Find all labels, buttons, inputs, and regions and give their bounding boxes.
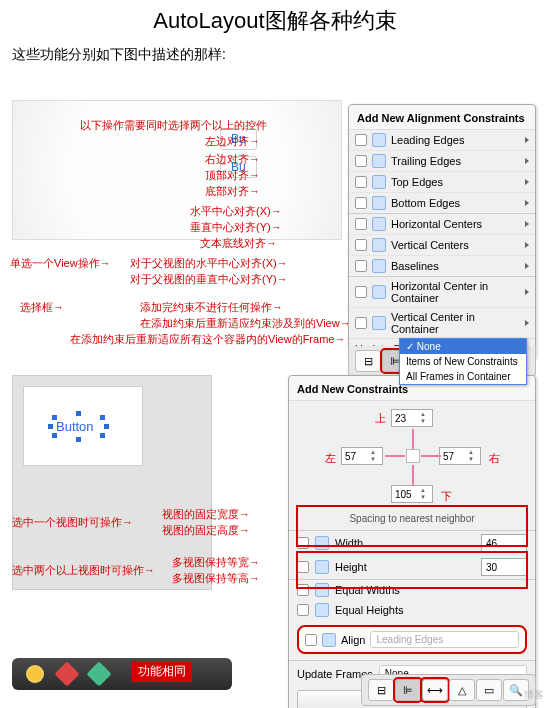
note-bottom: 底部对齐→ — [205, 184, 260, 199]
hcontainer-icon — [372, 285, 386, 299]
chevron-right-icon — [525, 179, 529, 185]
width-input[interactable]: 46 — [481, 534, 527, 552]
checkbox-icon[interactable] — [355, 260, 367, 272]
note-fix-w: 视图的固定宽度→ — [162, 507, 250, 522]
align-leading[interactable]: Leading Edges — [349, 130, 535, 150]
spacing-grid: 上 23▲▼ 左 57▲▼ 57▲▼ 右 105▲▼ 下 — [289, 401, 535, 511]
checkbox-icon[interactable] — [297, 604, 309, 616]
vcontainer-icon — [372, 316, 386, 330]
checkbox-icon[interactable] — [305, 634, 317, 646]
label-top: 上 — [375, 411, 386, 426]
align-trailing[interactable]: Trailing Edges — [349, 150, 535, 171]
note-uf-all: 在添加约束后重新适应所有这个容器内的View的Frame→ — [70, 332, 345, 347]
baseline-icon — [372, 259, 386, 273]
note-fix-h: 视图的固定高度→ — [162, 523, 250, 538]
top-spacing-input[interactable]: 23▲▼ — [391, 409, 433, 427]
constraints-panel: Add New Constraints 上 23▲▼ 左 57▲▼ 57▲▼ 右… — [288, 375, 536, 708]
right-spacing-input[interactable]: 57▲▼ — [439, 447, 481, 465]
top-edges-icon — [372, 175, 386, 189]
dd-all[interactable]: All Frames in Container — [400, 369, 526, 384]
height-input[interactable]: 30 — [481, 558, 527, 576]
note-select-box: 选择框→ — [20, 300, 64, 315]
toolbar-stack-button[interactable]: ⊟ — [355, 350, 381, 372]
checkbox-icon[interactable] — [297, 561, 309, 573]
note-eq-h: 多视图保持等高→ — [172, 571, 260, 586]
note-single-view: 单选一个View操作→ — [10, 256, 111, 271]
label-left: 左 — [325, 451, 336, 466]
checkbox-icon[interactable] — [297, 537, 309, 549]
alignment-panel: Add New Alignment Constraints Leading Ed… — [348, 104, 536, 360]
toolbar2-pin-button[interactable]: ⟷ — [422, 679, 448, 701]
watermark: 博客 — [524, 688, 544, 702]
align-bottom[interactable]: Bottom Edges — [349, 192, 535, 213]
equal-widths-row: Equal Widths — [289, 580, 535, 600]
chevron-right-icon — [525, 242, 529, 248]
checkbox-icon[interactable] — [355, 286, 367, 298]
left-spacing-input[interactable]: 57▲▼ — [341, 447, 383, 465]
selected-button[interactable]: Button — [56, 419, 94, 434]
chevron-right-icon — [525, 158, 529, 164]
label-right: 右 — [489, 451, 500, 466]
center-widget-icon[interactable] — [406, 449, 420, 463]
chevron-right-icon — [525, 263, 529, 269]
spacing-caption: Spacing to nearest neighbor — [289, 511, 535, 530]
align-row[interactable]: Align Leading Edges — [297, 625, 527, 654]
width-row: Width 46 — [289, 531, 535, 555]
update-frames-dropdown[interactable]: ✓ None Items of New Constraints All Fram… — [399, 338, 527, 385]
align-top[interactable]: Top Edges — [349, 171, 535, 192]
dd-none[interactable]: ✓ None — [400, 339, 526, 354]
checkbox-icon[interactable] — [355, 239, 367, 251]
note-top: 顶部对齐→ — [205, 168, 260, 183]
ib-view[interactable]: Button — [23, 386, 143, 466]
checkbox-icon[interactable] — [355, 176, 367, 188]
page-title: AutoLayout图解各种约束 — [0, 0, 550, 42]
func-same-label: 功能相同 — [132, 661, 192, 682]
height-row: Height 30 — [289, 555, 535, 579]
checkbox-icon[interactable] — [297, 584, 309, 596]
leading-edges-icon — [372, 133, 386, 147]
note-baseline: 文本底线对齐→ — [200, 236, 277, 251]
bb-cube-icon[interactable] — [54, 661, 79, 686]
note-eq-w: 多视图保持等宽→ — [172, 555, 260, 570]
alignment-panel-title: Add New Alignment Constraints — [349, 105, 535, 130]
trailing-edges-icon — [372, 154, 386, 168]
checkbox-icon[interactable] — [355, 317, 367, 329]
checkbox-icon[interactable] — [355, 134, 367, 146]
align-vcontainer[interactable]: Vertical Center in Container — [349, 307, 535, 338]
height-label: Height — [335, 561, 475, 573]
bb-circle-icon[interactable] — [26, 665, 44, 683]
toolbar2-stack-button[interactable]: ⊟ — [368, 679, 394, 701]
bb-cube2-icon[interactable] — [86, 661, 111, 686]
bottom-spacing-input[interactable]: 105▲▼ — [391, 485, 433, 503]
page-subtitle: 这些功能分别如下图中描述的那样: — [0, 42, 550, 72]
toolbar2-embed-button[interactable]: ▭ — [476, 679, 502, 701]
checkbox-icon[interactable] — [355, 197, 367, 209]
chevron-right-icon — [525, 289, 529, 295]
equal-heights-icon — [315, 603, 329, 617]
note-h-container: 对于父视图的水平中心对齐(X)→ — [130, 256, 288, 271]
equal-heights-label: Equal Heights — [335, 604, 527, 616]
align-dropdown[interactable]: Leading Edges — [370, 631, 519, 648]
note-one-view: 选中一个视图时可操作→ — [12, 515, 133, 530]
note-uf-items: 在添加约束后重新适应约束涉及到的View→ — [140, 316, 351, 331]
label-bottom: 下 — [441, 489, 452, 504]
bottom-edges-icon — [372, 196, 386, 210]
toolbar2-align-button[interactable]: ⊫ — [395, 679, 421, 701]
chevron-right-icon — [525, 221, 529, 227]
align-hcontainer[interactable]: Horizontal Center in Container — [349, 277, 535, 307]
align-hcenter[interactable]: Horizontal Centers — [349, 214, 535, 234]
note-leading: 左边对齐→ — [205, 134, 260, 149]
checkbox-icon[interactable] — [355, 155, 367, 167]
toolbar2-resolve-button[interactable]: △ — [449, 679, 475, 701]
align-label: Align — [341, 634, 365, 646]
hcenter-icon — [372, 217, 386, 231]
note-need-two: 以下操作需要同时选择两个以上的控件 — [80, 118, 267, 133]
dd-items[interactable]: Items of New Constraints — [400, 354, 526, 369]
checkbox-icon[interactable] — [355, 218, 367, 230]
align-baseline[interactable]: Baselines — [349, 255, 535, 276]
width-icon — [315, 536, 329, 550]
align-vcenter[interactable]: Vertical Centers — [349, 234, 535, 255]
vcenter-icon — [372, 238, 386, 252]
chevron-right-icon — [525, 137, 529, 143]
note-uf-none: 添加完约束不进行任何操作→ — [140, 300, 283, 315]
